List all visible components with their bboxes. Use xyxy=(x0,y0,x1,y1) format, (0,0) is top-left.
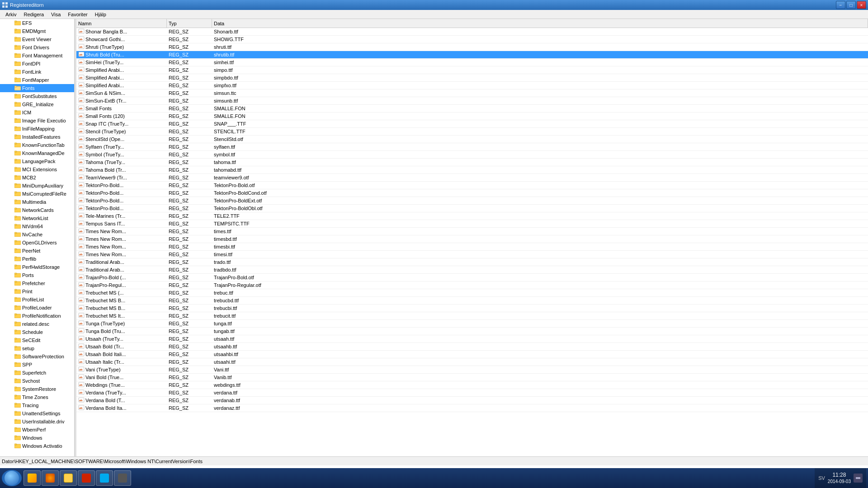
menu-visa[interactable]: Visa xyxy=(47,10,64,19)
col-header-name[interactable]: Namn xyxy=(76,19,167,28)
tree-item[interactable]: FontMapper xyxy=(0,76,74,84)
col-header-data[interactable]: Data xyxy=(212,19,868,28)
list-row[interactable]: abUtsaah Bold (Tr...REG_SZutsaahb.ttf xyxy=(76,343,868,351)
menu-redigera[interactable]: Redigera xyxy=(20,10,47,19)
tree-item[interactable]: FontSubstitutes xyxy=(0,92,74,100)
list-row[interactable]: abShruti Bold (Tru...REG_SZshrutib.ttf xyxy=(76,51,868,59)
tree-item[interactable]: InstalledFeatures xyxy=(0,133,74,141)
tree-item[interactable]: Windows Activatio xyxy=(0,442,74,450)
tree-item[interactable]: EFS xyxy=(0,19,74,27)
list-row[interactable]: abTektonPro-Bold...REG_SZTektonPro-BoldO… xyxy=(76,205,868,212)
list-row[interactable]: abTimes New Rom...REG_SZtimesbd.ttf xyxy=(76,235,868,243)
tree-item[interactable]: Fonts xyxy=(0,84,74,92)
tree-item[interactable]: ICM xyxy=(0,108,74,117)
tree-item[interactable]: ProfileLoader xyxy=(0,304,74,312)
close-button[interactable]: × xyxy=(857,1,866,9)
list-row[interactable]: abVerdana Bold Ita...REG_SZverdanaz.ttf xyxy=(76,404,868,412)
menu-favoriter[interactable]: Favoriter xyxy=(64,10,91,19)
list-row[interactable]: abTimes New Rom...REG_SZtimesi.ttf xyxy=(76,251,868,258)
list-row[interactable]: abTraditional Arab...REG_SZtrado.ttf xyxy=(76,258,868,266)
taskbar-misc[interactable] xyxy=(114,470,131,486)
tree-item[interactable]: NetworkList xyxy=(0,214,74,222)
tree-item[interactable]: SystemRestore xyxy=(0,385,74,393)
list-row[interactable]: abWebdings (True...REG_SZwebdings.ttf xyxy=(76,381,868,389)
list-row[interactable]: abTunga Bold (Tru...REG_SZtungab.ttf xyxy=(76,328,868,335)
list-row[interactable]: abSimHei (TrueTy...REG_SZsimhei.ttf xyxy=(76,59,868,66)
list-row[interactable]: abUtsaah Bold Itali...REG_SZutsaahbi.ttf xyxy=(76,351,868,358)
list-row[interactable]: abTrajanPro-Regul...REG_SZTrajanPro-Regu… xyxy=(76,282,868,289)
tree-item[interactable]: Windows xyxy=(0,434,74,442)
list-row[interactable]: abTrebuchet MS B...REG_SZtrebucbd.ttf xyxy=(76,297,868,305)
list-row[interactable]: abTimes New Rom...REG_SZtimesbi.ttf xyxy=(76,243,868,251)
list-row[interactable]: abVani Bold (True...REG_SZVanib.ttf xyxy=(76,374,868,381)
tree-item[interactable]: Schedule xyxy=(0,328,74,336)
tree-item[interactable]: WbemPerf xyxy=(0,426,74,434)
tree-item[interactable]: UserInstallable.driv xyxy=(0,418,74,426)
list-row[interactable]: abTeamViewer9 (Tr...REG_SZteamviewer9.ot… xyxy=(76,174,868,182)
list-row[interactable]: abTrajanPro-Bold (...REG_SZTrajanPro-Bol… xyxy=(76,274,868,282)
tree-item[interactable]: MsiCorruptedFileRe xyxy=(0,190,74,198)
list-row[interactable]: abVerdana (TrueTy...REG_SZverdana.ttf xyxy=(76,389,868,397)
notification-area[interactable] xyxy=(854,474,863,483)
list-row[interactable]: abTimes New Rom...REG_SZtimes.ttf xyxy=(76,228,868,235)
list-row[interactable]: abTempus Sans IT...REG_SZTEMPSITC.TTF xyxy=(76,220,868,228)
tree-item[interactable]: SPP xyxy=(0,361,74,369)
list-row[interactable]: abShonar Bangla B...REG_SZShonarb.ttf xyxy=(76,28,868,36)
tree-item[interactable]: Image File Executio xyxy=(0,117,74,125)
tree-item[interactable]: IniFileMapping xyxy=(0,125,74,133)
tree-item[interactable]: Font Management xyxy=(0,52,74,60)
menu-hjalp[interactable]: Hjälp xyxy=(91,10,110,19)
tree-item[interactable]: UnattendSettings xyxy=(0,409,74,418)
list-row[interactable]: abTektonPro-Bold...REG_SZTektonPro-BoldC… xyxy=(76,189,868,197)
list-row[interactable]: abSnap ITC (TrueTy...REG_SZSNAP___.TTF xyxy=(76,120,868,128)
list-panel[interactable]: Namn Typ Data abShonar Bangla B...REG_SZ… xyxy=(76,19,868,456)
list-row[interactable]: abSmall FontsREG_SZSMALLE.FON xyxy=(76,105,868,113)
tree-item[interactable]: Svchost xyxy=(0,377,74,385)
taskbar-explorer[interactable] xyxy=(24,470,41,486)
list-row[interactable]: abTektonPro-Bold...REG_SZTektonPro-Bold.… xyxy=(76,182,868,189)
list-row[interactable]: abTahoma (TrueTy...REG_SZtahoma.ttf xyxy=(76,159,868,166)
maximize-button[interactable]: □ xyxy=(846,1,856,9)
list-row[interactable]: abTunga (TrueType)REG_SZtunga.ttf xyxy=(76,320,868,328)
list-row[interactable]: abTraditional Arab...REG_SZtradbdo.ttf xyxy=(76,266,868,274)
list-row[interactable]: abTrebuchet MS B...REG_SZtrebucbi.ttf xyxy=(76,305,868,312)
list-row[interactable]: abTrebuchet MS It...REG_SZtrebucit.ttf xyxy=(76,312,868,320)
taskbar-firefox[interactable] xyxy=(42,470,59,486)
tree-item[interactable]: Event Viewer xyxy=(0,35,74,43)
tree-item[interactable]: NtVdm64 xyxy=(0,222,74,230)
tree-item[interactable]: PerfHwldStorage xyxy=(0,263,74,271)
list-row[interactable]: abSimplified Arabi...REG_SZsimpbdo.ttf xyxy=(76,74,868,82)
tree-item[interactable]: ProfileNotification xyxy=(0,312,74,320)
tree-item[interactable]: OpenGLDrivers xyxy=(0,239,74,247)
tree-item[interactable]: SoftwareProtection xyxy=(0,352,74,361)
list-row[interactable]: abSimplified Arabi...REG_SZsimpo.ttf xyxy=(76,66,868,74)
tree-item[interactable]: Superfetch xyxy=(0,369,74,377)
list-row[interactable]: abVani (TrueType)REG_SZVani.ttf xyxy=(76,366,868,374)
list-row[interactable]: abStencil (TrueType)REG_SZSTENCIL.TTF xyxy=(76,128,868,136)
list-row[interactable]: abSymbol (TrueTy...REG_SZsymbol.ttf xyxy=(76,151,868,159)
taskbar-media[interactable] xyxy=(78,470,95,486)
list-row[interactable]: abShruti (TrueType)REG_SZshruti.ttf xyxy=(76,43,868,51)
tree-item[interactable]: KnownManagedDe xyxy=(0,149,74,157)
list-row[interactable]: abSylfaen (TrueTy...REG_SZsylfaen.ttf xyxy=(76,143,868,151)
list-row[interactable]: abSmall Fonts (120)REG_SZSMALLE.FON xyxy=(76,113,868,120)
tree-item[interactable]: Multimedia xyxy=(0,198,74,206)
tree-item[interactable]: NvCache xyxy=(0,230,74,239)
tree-item[interactable]: LanguagePack xyxy=(0,157,74,165)
tree-item[interactable]: MiniDumpAuxiliary xyxy=(0,182,74,190)
tree-item[interactable]: GRE_Initialize xyxy=(0,100,74,108)
list-row[interactable]: abTektonPro-Bold...REG_SZTektonPro-BoldE… xyxy=(76,197,868,205)
list-row[interactable]: abStencilStd (Ope...REG_SZStencilStd.otf xyxy=(76,136,868,143)
start-button[interactable] xyxy=(2,470,22,486)
tree-item[interactable]: KnownFunctionTab xyxy=(0,141,74,149)
list-row[interactable]: abTahoma Bold (Tr...REG_SZtahomabd.ttf xyxy=(76,166,868,174)
list-row[interactable]: abTele-Marines (Tr...REG_SZTELE2.TTF xyxy=(76,212,868,220)
tree-item[interactable]: FontLink xyxy=(0,68,74,76)
tree-item[interactable]: Ports xyxy=(0,271,74,279)
list-row[interactable]: abSimSun-ExtB (Tr...REG_SZsimsunb.ttf xyxy=(76,97,868,105)
tree-item[interactable]: NetworkCards xyxy=(0,206,74,214)
tree-item[interactable]: ProfileList xyxy=(0,296,74,304)
tree-item[interactable]: FontDPI xyxy=(0,60,74,68)
list-row[interactable]: abShowcard Gothi...REG_SZSHOWG.TTF xyxy=(76,36,868,43)
minimize-button[interactable]: − xyxy=(836,1,845,9)
